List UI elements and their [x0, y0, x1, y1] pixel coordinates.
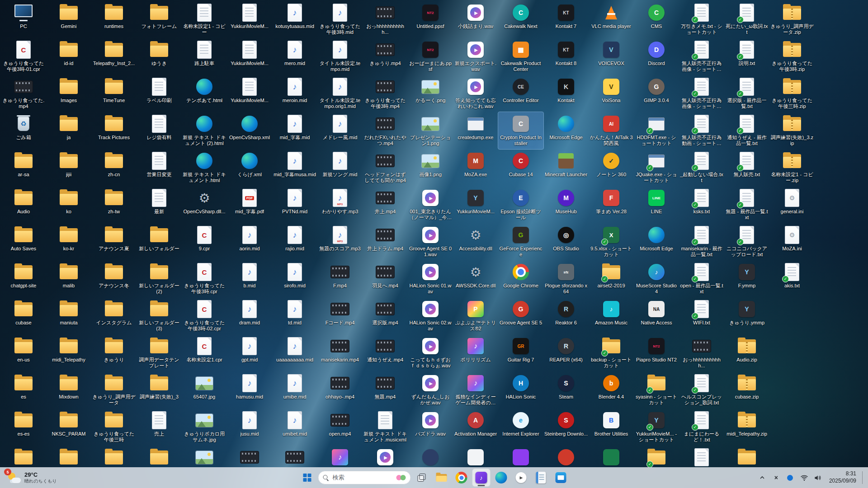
- desktop-icon[interactable]: 売上: [137, 408, 182, 446]
- desktop-icon[interactable]: GRGuitar Rig 7: [498, 334, 543, 371]
- desktop-icon[interactable]: YYukkuriMovieM...: [453, 186, 498, 223]
- desktop-icon[interactable]: 新規 テキスト ドキュメント.html: [182, 149, 227, 186]
- desktop-icon[interactable]: ♪MP3わかりやす.mp3: [317, 186, 363, 223]
- desktop-icon[interactable]: ♪メドレー風.mid: [317, 112, 363, 149]
- desktop-icon[interactable]: HHALion Sonic: [498, 371, 543, 408]
- desktop-icon[interactable]: Images: [46, 75, 91, 112]
- desktop-icon[interactable]: Minecraft Launcher: [543, 149, 589, 186]
- desktop-icon[interactable]: Audio: [1, 186, 46, 223]
- desktop-icon[interactable]: ⚙Accessibility.dll: [453, 223, 498, 260]
- desktop-icon[interactable]: おっhhhhhhhhhhh...: [679, 334, 724, 371]
- media-player-button[interactable]: ▶: [512, 469, 530, 487]
- desktop-icon[interactable]: ♪タイトル未設定.tempo.orig1.mid: [317, 75, 363, 112]
- desktop-icon[interactable]: eInternet Explorer: [498, 408, 543, 446]
- desktop-icon[interactable]: CCrypton Product Installer: [498, 112, 543, 149]
- desktop-icon[interactable]: 最新: [137, 186, 182, 223]
- desktop-icon[interactable]: id-id: [46, 38, 91, 75]
- desktop-icon[interactable]: ♪MuseScore Studio 4: [634, 260, 679, 297]
- desktop-icon[interactable]: C名称未設定1.cpr: [182, 334, 227, 371]
- desktop-icon[interactable]: 羽見へ.mp4: [363, 260, 408, 297]
- desktop-icon[interactable]: F.mp4: [317, 260, 363, 297]
- desktop-icon[interactable]: 調声用データテンプレート: [137, 334, 182, 371]
- desktop-icon[interactable]: ヘッドフォンはずしてても聞か.mp4: [363, 149, 408, 186]
- tray-app-x-button[interactable]: ×: [771, 469, 781, 486]
- desktop-icon[interactable]: ♪hamusu.mid: [227, 371, 272, 408]
- desktop-icon[interactable]: CCubase 14: [498, 149, 543, 186]
- desktop-icon[interactable]: きゅうり食ってた午後3時.zip: [769, 38, 815, 75]
- desktop-icon[interactable]: ✓open - 親作品一覧.txt: [679, 260, 724, 297]
- desktop-icon[interactable]: F筆まめ Ver.28: [589, 186, 634, 223]
- desktop-icon[interactable]: bBlender 4.4: [589, 371, 634, 408]
- desktop-icon[interactable]: ✓JQuake.exe - ショートカット: [634, 149, 679, 186]
- desktop-icon[interactable]: ♪umibet.mid: [272, 408, 317, 446]
- desktop-icon[interactable]: ✓syasinn - ショートカット: [634, 371, 679, 408]
- desktop-icon[interactable]: maniuta: [46, 297, 91, 334]
- chrome-taskbar-button[interactable]: [453, 469, 471, 487]
- desktop-icon[interactable]: NT2Untitled.ppsf: [408, 1, 453, 38]
- desktop-icon[interactable]: ♪td.mid: [272, 297, 317, 334]
- desktop-icon[interactable]: ko: [46, 186, 91, 223]
- desktop-icon[interactable]: AIかんたん！AITalk 3 関西風: [589, 112, 634, 149]
- desktop-icon[interactable]: ▶パズドラ.wav: [408, 408, 453, 446]
- desktop-icon[interactable]: ♪dram.mid: [227, 297, 272, 334]
- desktop-icon[interactable]: ◎OBS Studio: [543, 223, 589, 260]
- desktop-icon[interactable]: きゅうり_調声用データ.zip: [769, 1, 815, 38]
- desktop-icon[interactable]: ✓無題 - 親作品一覧.txt: [724, 186, 769, 223]
- desktop-icon[interactable]: VVoiSona: [589, 75, 634, 112]
- desktop-icon[interactable]: ▶新規エクスポート.wav: [453, 38, 498, 75]
- desktop-icon[interactable]: SSteinberg Downlo...: [543, 408, 589, 446]
- desktop-icon[interactable]: ✓説明.txt: [724, 38, 769, 75]
- desktop-icon[interactable]: VLC media player: [589, 1, 634, 38]
- volume-button[interactable]: [813, 469, 823, 486]
- desktop-icon[interactable]: CCakewalk Next: [498, 1, 543, 38]
- notepad-button[interactable]: [532, 469, 550, 487]
- desktop-icon[interactable]: ✓選択版 - 親作品一覧.txt: [724, 75, 769, 112]
- network-button[interactable]: [799, 469, 809, 486]
- desktop-icon[interactable]: ✓通知うぜえ - 親作品一覧.txt: [724, 112, 769, 149]
- desktop-icon[interactable]: Microsoft Edge: [634, 223, 679, 260]
- desktop-icon[interactable]: ♪mid_字幕musa.mid: [272, 149, 317, 186]
- desktop-icon[interactable]: ✓backup - ショートカット: [589, 334, 634, 371]
- desktop-icon[interactable]: YukkuriMovieM...: [227, 38, 272, 75]
- desktop-icon[interactable]: インスタグラム: [91, 297, 137, 334]
- desktop-icon[interactable]: 新規 テキスト ドキュメント (2).html: [182, 112, 227, 149]
- desktop-icon[interactable]: NT2おーばーまにあ.ppsf: [408, 38, 453, 75]
- mail-button[interactable]: [552, 469, 570, 487]
- desktop-icon[interactable]: ♪きゅうり食ってた午後3時.mid: [317, 1, 363, 38]
- desktop-icon[interactable]: Y✓YukkuriMovieM... - ショートカット: [634, 408, 679, 446]
- desktop-icon[interactable]: 井上ドラム.mp4: [363, 223, 408, 260]
- desktop-icon[interactable]: 井上.mp4: [363, 186, 408, 223]
- desktop-icon[interactable]: 名称未設定1 - コピー: [182, 1, 227, 38]
- desktop-icon[interactable]: きゅうり.mp4: [363, 38, 408, 75]
- weather-widget[interactable]: 5 29°C 晴れのちくもり: [5, 470, 59, 485]
- desktop-icon[interactable]: ✓無人販売不正行為画像 - ショートカット: [679, 75, 724, 112]
- desktop-icon[interactable]: きゅうり_調声用データ: [91, 371, 137, 408]
- desktop-icon[interactable]: 名称未設定1 - コピー.zip: [769, 149, 815, 186]
- desktop-icon[interactable]: GGroove Agent SE 5: [498, 297, 543, 334]
- desktop-icon[interactable]: CCMS: [634, 1, 679, 38]
- desktop-icon[interactable]: SSteam: [543, 371, 589, 408]
- desktop-icon[interactable]: midi_Telepathy: [46, 334, 91, 371]
- desktop-icon[interactable]: GGeForce Experience: [498, 223, 543, 260]
- desktop-icon[interactable]: ✓ニコニコバックアップロード.txt: [724, 223, 769, 260]
- desktop-icon[interactable]: 調声練習(失敗)_3: [137, 371, 182, 408]
- desktop-icon[interactable]: 選択版.mp4: [363, 297, 408, 334]
- clock[interactable]: 8:31 2025/09/09: [827, 470, 856, 484]
- desktop-icon[interactable]: くらげ.xml: [227, 149, 272, 186]
- desktop-icon[interactable]: Yきゅうり.ymmp: [724, 297, 769, 334]
- desktop-icon[interactable]: ⚙MoZA.ini: [769, 223, 815, 260]
- desktop-icon[interactable]: ✓airset2-2019: [589, 260, 634, 297]
- desktop-icon[interactable]: midi_Telepathy.zip: [724, 408, 769, 446]
- desktop-icon[interactable]: cubase: [1, 297, 46, 334]
- desktop-icon[interactable]: ♪kotusytuaaus.mid: [272, 1, 317, 38]
- desktop-icon[interactable]: en-us: [1, 334, 46, 371]
- desktop-icon[interactable]: ♪gpt.mid: [227, 334, 272, 371]
- desktop-icon[interactable]: ✓manisekarin - 親作品一覧.txt: [679, 223, 724, 260]
- desktop-icon[interactable]: ♪新規ソング.mid: [317, 149, 363, 186]
- desktop-icon[interactable]: ♪sirofo.mid: [272, 260, 317, 297]
- desktop-icon[interactable]: きゅうり食ってた.mp4: [1, 75, 46, 112]
- desktop-icon[interactable]: RReaktor 6: [543, 297, 589, 334]
- desktop-icon[interactable]: Track Pictures: [91, 112, 137, 149]
- desktop-icon[interactable]: zh-tw: [91, 186, 137, 223]
- desktop-icon[interactable]: ✓無人販売不正行為画像 - ショートカッ...: [679, 38, 724, 75]
